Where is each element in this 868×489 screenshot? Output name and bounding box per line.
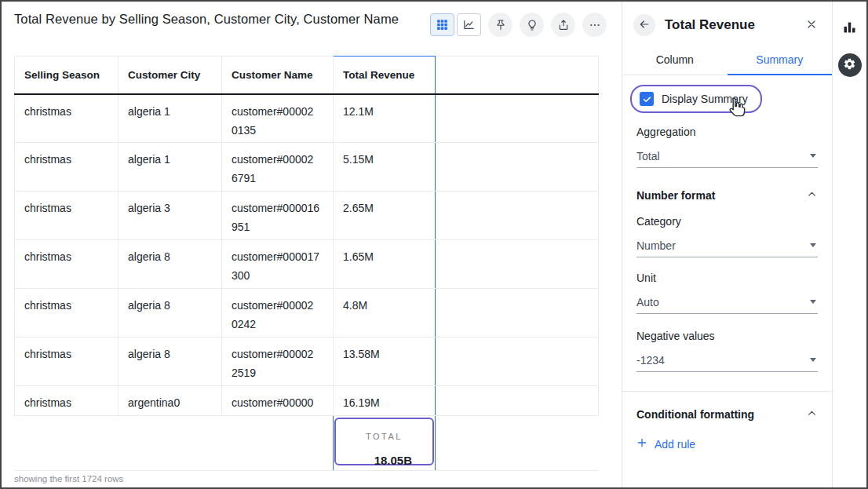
cell-customer-city[interactable]: algeria 8 (119, 240, 222, 289)
table-view-button[interactable] (430, 13, 454, 36)
cell-empty (15, 416, 119, 471)
cell-empty (436, 386, 599, 416)
add-rule-button[interactable]: Add rule (636, 437, 695, 451)
main-area: Total Revenue by Selling Season, Custome… (2, 2, 622, 487)
cell-customer-city[interactable]: algeria 3 (119, 192, 222, 240)
chart-panel-button[interactable] (841, 19, 858, 38)
number-format-collapse-button[interactable] (806, 188, 818, 203)
chevron-up-icon (806, 407, 818, 421)
cell-customer-city[interactable]: argentina0 (119, 386, 222, 416)
display-summary-toggle[interactable]: Display Summary (630, 85, 762, 113)
negative-values-group: Negative values -1234 (636, 330, 818, 372)
dropdown-caret-icon (810, 243, 816, 247)
cell-customer-name[interactable]: customer#000020242 (222, 289, 334, 338)
cell-total-revenue[interactable]: 2.65M (334, 192, 436, 240)
lightbulb-button[interactable] (520, 13, 544, 37)
cell-total-revenue[interactable]: 12.1M (334, 94, 436, 143)
cell-selling-season[interactable]: christmas (15, 192, 119, 240)
table-row: christmasalgeria 8customer#00002251913.5… (15, 338, 599, 386)
data-table: Selling Season Customer City Customer Na… (14, 56, 598, 471)
tab-column[interactable]: Column (622, 46, 728, 75)
chart-view-icon (462, 18, 476, 31)
dropdown-caret-icon (810, 300, 816, 304)
negative-values-value: -1234 (636, 354, 665, 367)
panel-title: Total Revenue (665, 17, 804, 33)
add-rule-label: Add rule (655, 438, 695, 451)
view-toggle (430, 13, 481, 36)
table-row: christmasalgeria 8customer#0000173001.65… (15, 240, 599, 289)
cell-customer-city[interactable]: algeria 8 (119, 289, 222, 338)
cell-total-revenue[interactable]: 5.15M (334, 143, 436, 192)
col-header-total-revenue[interactable]: Total Revenue (334, 57, 436, 94)
more-button[interactable] (582, 13, 607, 37)
cell-summary-total: TOTAL18.05B (334, 416, 436, 471)
cell-empty (222, 416, 334, 471)
cell-selling-season[interactable]: christmas (15, 338, 119, 386)
cell-empty (436, 416, 599, 471)
plus-icon (636, 437, 647, 451)
cell-customer-city[interactable]: algeria 1 (119, 143, 222, 192)
unit-select[interactable]: Auto (636, 290, 818, 314)
table-row: christmasalgeria 3customer#0000169512.65… (15, 192, 599, 240)
cell-total-revenue[interactable]: 4.8M (334, 289, 436, 338)
summary-total-box: TOTAL18.05B (334, 418, 434, 465)
table-row: christmasalgeria 8customer#0000202424.8M (15, 289, 599, 338)
cell-customer-name[interactable]: customer#000016951 (222, 192, 334, 240)
cell-customer-name[interactable]: customer#000022519 (222, 338, 334, 386)
cell-empty (436, 143, 599, 192)
cell-selling-season[interactable]: christmas (15, 386, 119, 416)
back-button[interactable] (633, 14, 655, 36)
tab-summary[interactable]: Summary (728, 46, 833, 75)
summary-total-label: TOTAL (336, 427, 432, 446)
col-header-selling-season[interactable]: Selling Season (15, 57, 119, 94)
back-arrow-icon (638, 18, 651, 33)
category-select[interactable]: Number (636, 234, 818, 257)
cell-selling-season[interactable]: christmas (15, 94, 119, 143)
pin-button[interactable] (488, 13, 512, 37)
conditional-formatting-collapse-button[interactable] (806, 407, 818, 421)
lightbulb-icon (526, 19, 538, 31)
cell-total-revenue[interactable]: 1.65M (334, 240, 436, 289)
cell-empty (436, 289, 599, 338)
cell-customer-name[interactable]: customer#00000 (222, 386, 334, 416)
aggregation-group: Aggregation Total (636, 126, 818, 168)
cell-customer-name[interactable]: customer#000026791 (222, 143, 334, 192)
customer-name-line: 2519 (232, 363, 323, 382)
panel-tabs: Column Summary (622, 46, 832, 75)
cell-total-revenue[interactable]: 13.58M (334, 338, 436, 386)
customer-name-line: 951 (232, 217, 323, 236)
number-format-section-header: Number format (636, 188, 818, 203)
customer-name-line: customer#000017 (232, 247, 323, 266)
category-label: Category (636, 215, 818, 228)
close-button[interactable] (804, 16, 819, 35)
cell-customer-city[interactable]: algeria 1 (119, 94, 222, 143)
table-row: christmasalgeria 1customer#00002013512.1… (15, 94, 599, 143)
panel-header: Total Revenue (622, 2, 832, 36)
cell-empty (436, 192, 599, 240)
more-icon (589, 19, 601, 31)
cell-customer-city[interactable]: algeria 8 (119, 338, 222, 386)
col-header-customer-name[interactable]: Customer Name (222, 57, 334, 94)
category-value: Number (636, 239, 676, 252)
app-window: Total Revenue by Selling Season, Custome… (0, 0, 868, 489)
cell-customer-name[interactable]: customer#000017300 (222, 240, 334, 289)
cell-total-revenue[interactable]: 16.19M (334, 386, 436, 416)
customer-name-line: customer#00002 (232, 150, 323, 169)
settings-button[interactable] (838, 53, 862, 77)
col-header-customer-city[interactable]: Customer City (119, 57, 222, 94)
pin-icon (494, 19, 507, 31)
column-settings-panel: Total Revenue Column Summary D (622, 2, 832, 487)
share-button[interactable] (551, 13, 575, 37)
cell-selling-season[interactable]: christmas (15, 289, 119, 338)
chart-view-button[interactable] (457, 13, 481, 36)
cell-selling-season[interactable]: christmas (15, 240, 119, 289)
display-summary-checkbox[interactable] (640, 92, 654, 106)
section-divider (622, 391, 832, 392)
settings-gear-icon (843, 57, 856, 73)
cell-empty (436, 94, 599, 143)
cell-customer-name[interactable]: customer#000020135 (222, 94, 334, 143)
negative-values-select[interactable]: -1234 (636, 349, 818, 372)
dropdown-caret-icon (810, 358, 816, 362)
cell-selling-season[interactable]: christmas (15, 143, 119, 192)
aggregation-select[interactable]: Total (636, 144, 818, 168)
